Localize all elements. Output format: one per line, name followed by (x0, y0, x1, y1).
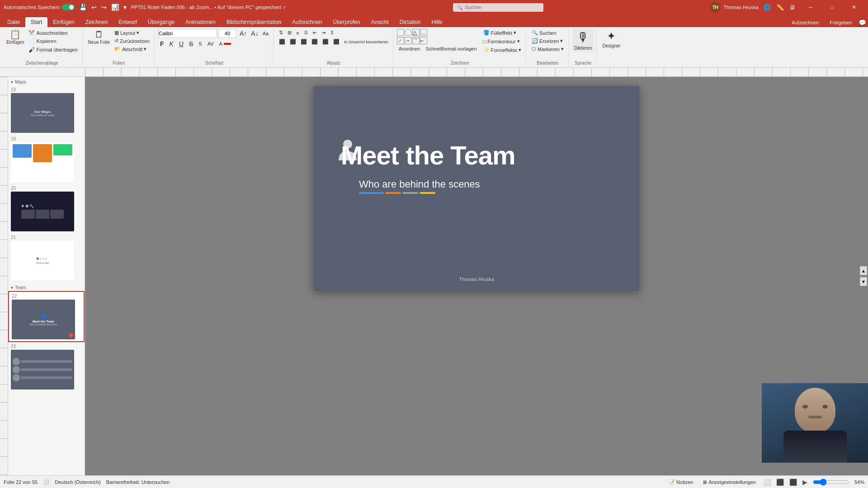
line-spacing-button[interactable]: ⬛ (331, 38, 341, 46)
undo-icon[interactable]: ↩ (90, 3, 98, 12)
tab-dictation[interactable]: Dictation (394, 17, 426, 27)
format-painter-button[interactable]: 🖌 Format übertragen (27, 45, 79, 54)
col-button[interactable]: ⬛ (321, 38, 330, 46)
font-size-input[interactable] (218, 29, 236, 38)
fuellung-button[interactable]: 🪣 Füllefffekt ▾ (481, 29, 524, 37)
scroll-up-button[interactable]: ▲ (860, 266, 867, 275)
search-box[interactable]: 🔍 (453, 3, 543, 12)
abschnitt-button[interactable]: 📂 Abschnitt ▾ (113, 45, 151, 53)
tab-hilfe[interactable]: Hilfe (426, 17, 448, 27)
normal-view-button[interactable]: ⬜ (763, 479, 771, 486)
close-button[interactable]: ✕ (844, 0, 864, 14)
reading-view-button[interactable]: ⬛ (789, 479, 797, 486)
language-indicator[interactable]: Deutsch (Österreich) (55, 479, 100, 485)
section-maps[interactable]: Maps (8, 77, 85, 85)
increase-font-button[interactable]: A↑ (238, 29, 249, 38)
display-settings-button[interactable]: 🖥 Anzeigeeinstellungen (700, 479, 758, 486)
smartart-convert-button[interactable]: In SmartArt konvertieren (342, 38, 390, 46)
shape-triangle[interactable]: △ (412, 29, 420, 36)
slide-20-panel[interactable]: 20 ✈ ⚙ 🔧 (8, 184, 85, 233)
tab-entwurf[interactable]: Entwurf (113, 17, 142, 27)
diktieren-button[interactable]: 🎙 Diktieren (572, 29, 594, 52)
decrease-font-button[interactable]: A↓ (249, 29, 260, 38)
save-icon[interactable]: 💾 (78, 3, 88, 12)
numbering-button[interactable]: ① (302, 29, 310, 37)
align-center-button[interactable]: ⬛ (288, 38, 298, 46)
slide-canvas[interactable]: Meet the Team Who are behind the scenes … (314, 86, 639, 291)
present-icon[interactable]: 🖥 (788, 3, 797, 12)
slide-23-panel[interactable]: 23 (8, 342, 85, 391)
neue-folie-button[interactable]: 🗒 Neue Folie (86, 29, 112, 46)
minimize-button[interactable]: ─ (800, 0, 821, 14)
formkontour-button[interactable]: □ Formkontour ▾ (481, 38, 524, 45)
aufzeichnen-button[interactable]: Aufzeichnen (787, 19, 824, 26)
presentation-view-button[interactable]: ▶ (802, 479, 807, 486)
scroll-down-button[interactable]: ▼ (860, 277, 867, 286)
autosave-switch[interactable] (62, 4, 75, 10)
bullets-button[interactable]: ≡ (294, 29, 301, 37)
slide-sorter-button[interactable]: ⬛ (776, 479, 784, 486)
freigeben-button[interactable]: Freigeben (825, 19, 857, 26)
shape-rect[interactable] (397, 29, 404, 36)
shape-more[interactable]: … (420, 29, 427, 36)
tab-start[interactable]: Start (25, 17, 47, 27)
notes-button[interactable]: 📝 Notizen (667, 478, 695, 486)
indent-more-button[interactable]: ⇥ (320, 29, 327, 37)
share-icon[interactable]: 🌐 (762, 3, 772, 12)
ausschneiden-button[interactable]: ✂️ Ausschneiden (27, 29, 79, 37)
suchen-button[interactable]: 🔍 Suchen (530, 29, 566, 37)
align-left-button[interactable]: ⬛ (277, 38, 287, 46)
shape-line[interactable]: ⟋ (397, 37, 404, 44)
more-icon[interactable]: ▾ (123, 3, 127, 12)
font-name-input[interactable] (158, 29, 217, 38)
maximize-button[interactable]: □ (822, 0, 843, 14)
ersetzen-button[interactable]: 🔄 Ersetzen ▾ (530, 37, 566, 45)
slide-18-panel[interactable]: 18 Our Maps The works in suits (8, 85, 85, 135)
bold-button[interactable]: F (158, 39, 166, 48)
strikethrough-button[interactable]: S (187, 39, 195, 48)
redo-icon[interactable]: ↪ (100, 3, 108, 12)
kopieren-button[interactable]: 📄 Kopieren (27, 37, 79, 45)
autosave-toggle[interactable]: Automatisches Speichern (4, 4, 75, 10)
shadow-button[interactable]: S (197, 40, 203, 47)
italic-button[interactable]: K (168, 39, 175, 48)
text-align-button[interactable]: ⊞ (286, 29, 293, 37)
indent-less-button[interactable]: ⇤ (311, 29, 319, 37)
markieren-button[interactable]: ⬡ Markieren ▾ (530, 45, 566, 53)
formeffekte-button[interactable]: ✨ Formeffekte ▾ (481, 46, 524, 54)
tab-animationen[interactable]: Animationen (180, 17, 221, 27)
font-color-button[interactable]: A (217, 40, 233, 47)
tab-ueberpruefen[interactable]: Überprüfen (327, 17, 365, 27)
section-team[interactable]: Team (8, 282, 85, 291)
anordnen-button[interactable]: Anordnen (397, 45, 422, 52)
tab-ansicht[interactable]: Ansicht (365, 17, 394, 27)
feedback-icon[interactable]: ✏️ (775, 3, 785, 12)
search-input[interactable] (465, 5, 537, 10)
col-spacing-button[interactable]: ⇕ (328, 29, 336, 37)
justify-button[interactable]: ⬛ (310, 38, 320, 46)
tab-aufzeichnen[interactable]: Aufzeichnen (287, 17, 327, 27)
schnellformatvorlagen-button[interactable]: Schnellformat-vorlagen (424, 45, 478, 52)
einfuegen-button[interactable]: 📋 Einfügen (5, 29, 26, 46)
slide-22-panel[interactable]: 22 👤 Meet the Team Who are behind the sc… (8, 291, 85, 342)
shape-curve[interactable]: ⌒ (412, 37, 420, 44)
slide-21-panel[interactable]: 21 ⚙ ○ ○ ○ Process flow (8, 233, 85, 282)
shape-circle[interactable] (405, 29, 412, 36)
tab-praesentation[interactable]: Bildschirmpräsentation (221, 17, 287, 27)
tab-zeichnen[interactable]: Zeichnen (80, 17, 113, 27)
shape-arrow[interactable]: → (405, 37, 412, 44)
align-right-button[interactable]: ⬛ (299, 38, 309, 46)
tab-einfuegen[interactable]: Einfügen (47, 17, 80, 27)
tab-datei[interactable]: Datei (2, 17, 25, 27)
zuruecksetzen-button[interactable]: ↺ Zurücksetzen (113, 37, 151, 45)
accessibility-indicator[interactable]: Barrierefreiheit: Untersuchen (106, 479, 170, 485)
zoom-slider[interactable] (813, 479, 849, 486)
search-area[interactable]: 🔍 (453, 3, 543, 12)
tab-uebergaenge[interactable]: Übergänge (142, 17, 180, 27)
underline-button[interactable]: U (177, 39, 185, 48)
slide-19-panel[interactable]: 19 (8, 135, 85, 184)
shape-connector[interactable]: ⌐ (420, 37, 427, 44)
text-direction-button[interactable]: ⇅ (277, 29, 285, 37)
layout-button[interactable]: ▦ Layout ▾ (113, 29, 151, 37)
comments-icon[interactable]: 💬 (859, 19, 866, 26)
